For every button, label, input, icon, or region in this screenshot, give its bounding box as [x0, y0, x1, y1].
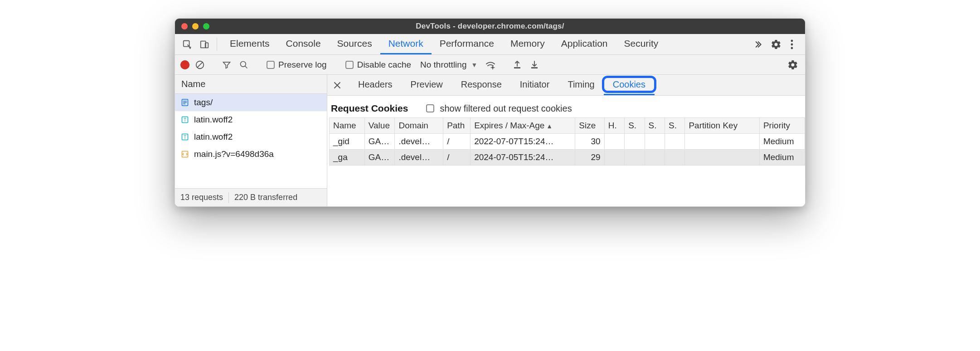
sort-indicator-icon: ▲	[544, 122, 553, 130]
checkbox-icon	[426, 104, 434, 112]
request-cookies-title: Request Cookies	[331, 103, 408, 114]
clear-icon[interactable]	[193, 58, 207, 72]
request-row[interactable]: tags/	[175, 94, 327, 111]
cookies-col-header[interactable]: Partition Key	[685, 118, 759, 134]
tab-console[interactable]: Console	[278, 34, 329, 54]
cookie-cell-pkey	[685, 150, 759, 166]
cookie-cell-value: GA…	[364, 150, 395, 166]
request-cookies-header-row: Request Cookies show filtered out reques…	[329, 97, 805, 117]
cookies-col-header[interactable]: Size	[575, 118, 604, 134]
request-detail: HeadersPreviewResponseInitiatorTimingCoo…	[327, 75, 805, 206]
svg-point-4	[791, 43, 793, 45]
export-har-icon[interactable]	[528, 58, 541, 72]
svg-point-5	[791, 47, 793, 49]
preserve-log-checkbox[interactable]: Preserve log	[264, 60, 330, 70]
checkbox-icon	[345, 61, 354, 69]
detail-tab-preview[interactable]: Preview	[402, 75, 452, 95]
search-icon[interactable]	[237, 58, 251, 72]
cookie-cell-h	[604, 134, 624, 150]
import-har-icon[interactable]	[510, 58, 524, 72]
cookies-col-header[interactable]: Value	[364, 118, 395, 134]
svg-rect-11	[514, 67, 520, 68]
cookie-cell-name: _gid	[330, 134, 365, 150]
cookies-col-header[interactable]: H.	[604, 118, 624, 134]
throttling-value: No throttling	[420, 60, 466, 70]
svg-text:T: T	[184, 135, 186, 140]
cookies-col-header[interactable]: Name	[330, 118, 365, 134]
detail-tab-cookies[interactable]: Cookies	[604, 75, 655, 95]
cookie-cell-size: 30	[575, 134, 604, 150]
maximize-window-button[interactable]	[203, 23, 209, 29]
detail-tab-response[interactable]: Response	[452, 75, 511, 95]
throttling-select[interactable]: No throttling ▼	[417, 60, 480, 70]
cookie-row[interactable]: _gaGA….devel…/2024-07-05T15:24…29Medium	[330, 150, 805, 166]
request-row[interactable]: Tlatin.woff2	[175, 111, 327, 128]
device-toolbar-icon[interactable]	[197, 34, 212, 54]
disable-cache-checkbox[interactable]: Disable cache	[343, 60, 414, 70]
network-conditions-icon[interactable]	[484, 58, 497, 72]
preserve-log-label: Preserve log	[278, 60, 327, 70]
devtools-window: DevTools - developer.chrome.com/tags/ El…	[175, 18, 805, 207]
request-list-sidebar: Name tags/Tlatin.woff2Tlatin.woff2main.j…	[175, 75, 327, 206]
detail-tab-initiator[interactable]: Initiator	[511, 75, 559, 95]
svg-line-7	[197, 62, 203, 68]
traffic-lights	[175, 23, 209, 29]
inspect-icon[interactable]	[180, 34, 195, 54]
cookie-cell-pkey	[685, 134, 759, 150]
record-button[interactable]	[180, 60, 189, 69]
close-detail-button[interactable]	[327, 75, 347, 95]
tab-memory[interactable]: Memory	[502, 34, 553, 54]
svg-point-8	[241, 61, 246, 67]
font-icon: T	[180, 115, 189, 124]
transferred-size: 220 B transferred	[229, 193, 303, 202]
more-tabs-button[interactable]	[749, 40, 767, 49]
cookies-col-header[interactable]: Priority	[759, 118, 805, 134]
cookie-cell-value: GA…	[364, 134, 395, 150]
tab-network[interactable]: Network	[380, 34, 432, 54]
tab-application[interactable]: Application	[553, 34, 616, 54]
cookie-cell-priority: Medium	[759, 134, 805, 150]
filter-icon[interactable]	[220, 58, 233, 72]
cookie-cell-s2	[645, 134, 665, 150]
svg-rect-12	[531, 67, 538, 68]
cookie-cell-domain: .devel…	[395, 134, 443, 150]
request-list-header[interactable]: Name	[175, 75, 327, 94]
cookies-col-header[interactable]: S.	[645, 118, 665, 134]
request-list-footer: 13 requests 220 B transferred	[175, 188, 327, 206]
titlebar: DevTools - developer.chrome.com/tags/	[175, 19, 805, 34]
detail-tab-headers[interactable]: Headers	[349, 75, 402, 95]
show-filtered-cookies-checkbox[interactable]: show filtered out request cookies	[426, 103, 572, 114]
request-name: tags/	[194, 98, 213, 107]
cookie-cell-priority: Medium	[759, 150, 805, 166]
cookies-col-header[interactable]: Path	[443, 118, 471, 134]
cookies-col-header[interactable]: Domain	[395, 118, 443, 134]
cookies-col-header[interactable]: S.	[665, 118, 685, 134]
cookie-cell-s3	[665, 134, 685, 150]
close-window-button[interactable]	[181, 23, 188, 29]
kebab-menu-icon[interactable]	[785, 39, 799, 49]
cookie-cell-h	[604, 150, 624, 166]
requests-count: 13 requests	[175, 193, 228, 202]
window-title: DevTools - developer.chrome.com/tags/	[175, 22, 805, 31]
cookie-row[interactable]: _gidGA….devel…/2022-07-07T15:24…30Medium	[330, 134, 805, 150]
request-row[interactable]: main.js?v=6498d36a	[175, 146, 327, 163]
cookie-cell-s1	[625, 150, 645, 166]
cookie-cell-name: _ga	[330, 150, 365, 166]
divider	[217, 38, 217, 51]
tab-elements[interactable]: Elements	[222, 34, 278, 54]
cookies-col-header[interactable]: Expires / Max-Age▲	[471, 118, 575, 134]
tab-sources[interactable]: Sources	[329, 34, 380, 54]
network-body: Name tags/Tlatin.woff2Tlatin.woff2main.j…	[175, 75, 805, 206]
detail-tab-timing[interactable]: Timing	[558, 75, 603, 95]
svg-text:T: T	[184, 117, 186, 122]
svg-point-3	[791, 39, 793, 42]
tab-security[interactable]: Security	[616, 34, 666, 54]
chevron-down-icon: ▼	[471, 61, 477, 68]
minimize-window-button[interactable]	[192, 23, 199, 29]
network-settings-gear-icon[interactable]	[786, 58, 800, 72]
cookies-col-header[interactable]: S.	[625, 118, 645, 134]
tab-performance[interactable]: Performance	[432, 34, 502, 54]
request-row[interactable]: Tlatin.woff2	[175, 128, 327, 146]
settings-gear-icon[interactable]	[767, 39, 785, 50]
cookie-cell-s2	[645, 150, 665, 166]
